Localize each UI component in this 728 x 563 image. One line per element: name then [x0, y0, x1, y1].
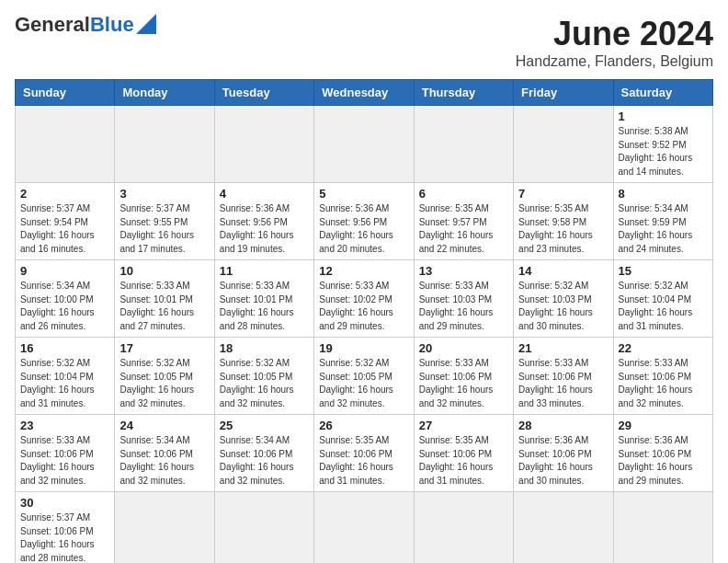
header: GeneralBlue June 2024 Handzame, Flanders… — [15, 15, 713, 70]
week-row-3: 16Sunrise: 5:32 AM Sunset: 10:04 PM Dayl… — [16, 338, 713, 415]
svg-marker-0 — [136, 14, 156, 34]
calendar-day — [314, 106, 414, 183]
day-number: 7 — [518, 187, 608, 201]
calendar-day: 28Sunrise: 5:36 AM Sunset: 10:06 PM Dayl… — [514, 415, 613, 492]
day-number: 19 — [319, 341, 408, 355]
calendar-day: 4Sunrise: 5:36 AM Sunset: 9:56 PM Daylig… — [214, 183, 313, 260]
day-info: Sunrise: 5:35 AM Sunset: 10:06 PM Daylig… — [319, 434, 408, 488]
logo-text: GeneralBlue — [15, 15, 134, 35]
day-number: 20 — [419, 341, 508, 355]
calendar-day: 21Sunrise: 5:33 AM Sunset: 10:06 PM Dayl… — [514, 338, 613, 415]
day-number: 1 — [619, 109, 708, 123]
col-friday: Friday — [514, 80, 613, 106]
calendar-day: 14Sunrise: 5:32 AM Sunset: 10:03 PM Dayl… — [514, 260, 613, 338]
day-info: Sunrise: 5:38 AM Sunset: 9:52 PM Dayligh… — [619, 125, 708, 178]
day-info: Sunrise: 5:37 AM Sunset: 9:54 PM Dayligh… — [20, 202, 109, 256]
calendar-day: 11Sunrise: 5:33 AM Sunset: 10:01 PM Dayl… — [214, 260, 313, 338]
calendar-day: 30Sunrise: 5:37 AM Sunset: 10:06 PM Dayl… — [16, 492, 115, 564]
day-info: Sunrise: 5:32 AM Sunset: 10:05 PM Daylig… — [119, 357, 209, 410]
calendar-day: 27Sunrise: 5:35 AM Sunset: 10:06 PM Dayl… — [414, 415, 513, 492]
calendar-title: June 2024 — [516, 15, 713, 53]
calendar-day: 25Sunrise: 5:34 AM Sunset: 10:06 PM Dayl… — [214, 415, 313, 492]
day-info: Sunrise: 5:33 AM Sunset: 10:06 PM Daylig… — [619, 357, 708, 410]
calendar-day: 20Sunrise: 5:33 AM Sunset: 10:06 PM Dayl… — [414, 338, 513, 415]
day-info: Sunrise: 5:34 AM Sunset: 10:00 PM Daylig… — [20, 280, 109, 333]
day-info: Sunrise: 5:33 AM Sunset: 10:03 PM Daylig… — [419, 280, 508, 333]
day-number: 8 — [619, 187, 708, 201]
day-info: Sunrise: 5:33 AM Sunset: 10:01 PM Daylig… — [220, 280, 309, 333]
calendar-day: 9Sunrise: 5:34 AM Sunset: 10:00 PM Dayli… — [16, 260, 115, 338]
day-info: Sunrise: 5:34 AM Sunset: 10:06 PM Daylig… — [119, 434, 209, 488]
day-number: 15 — [619, 264, 708, 278]
day-number: 24 — [119, 419, 209, 432]
col-tuesday: Tuesday — [214, 80, 313, 106]
day-info: Sunrise: 5:33 AM Sunset: 10:06 PM Daylig… — [518, 357, 608, 410]
day-info: Sunrise: 5:37 AM Sunset: 10:06 PM Daylig… — [20, 511, 109, 563]
calendar-day: 10Sunrise: 5:33 AM Sunset: 10:01 PM Dayl… — [115, 260, 214, 338]
day-number: 25 — [220, 419, 309, 432]
calendar-day: 16Sunrise: 5:32 AM Sunset: 10:04 PM Dayl… — [16, 338, 115, 415]
calendar-day — [115, 492, 214, 564]
week-row-0: 1Sunrise: 5:38 AM Sunset: 9:52 PM Daylig… — [16, 106, 713, 183]
logo-blue: Blue — [90, 13, 134, 36]
day-number: 28 — [518, 419, 608, 432]
day-number: 21 — [518, 341, 608, 355]
day-number: 30 — [20, 496, 109, 510]
day-info: Sunrise: 5:32 AM Sunset: 10:04 PM Daylig… — [619, 280, 708, 333]
day-number: 23 — [20, 419, 109, 432]
logo-general: General — [15, 13, 90, 36]
calendar-day — [514, 106, 613, 183]
calendar-day — [414, 492, 513, 564]
logo: GeneralBlue — [15, 15, 156, 35]
calendar-day: 2Sunrise: 5:37 AM Sunset: 9:54 PM Daylig… — [16, 183, 115, 260]
day-number: 14 — [518, 264, 608, 278]
week-row-5: 30Sunrise: 5:37 AM Sunset: 10:06 PM Dayl… — [16, 492, 713, 564]
col-saturday: Saturday — [613, 80, 712, 106]
calendar-day: 12Sunrise: 5:33 AM Sunset: 10:02 PM Dayl… — [314, 260, 414, 338]
calendar-day: 18Sunrise: 5:32 AM Sunset: 10:05 PM Dayl… — [214, 338, 313, 415]
calendar-day: 19Sunrise: 5:32 AM Sunset: 10:05 PM Dayl… — [314, 338, 414, 415]
calendar-day: 22Sunrise: 5:33 AM Sunset: 10:06 PM Dayl… — [613, 338, 712, 415]
calendar-day: 7Sunrise: 5:35 AM Sunset: 9:58 PM Daylig… — [514, 183, 613, 260]
calendar-day: 13Sunrise: 5:33 AM Sunset: 10:03 PM Dayl… — [414, 260, 513, 338]
calendar-subtitle: Handzame, Flanders, Belgium — [516, 53, 713, 70]
calendar-table: Sunday Monday Tuesday Wednesday Thursday… — [15, 79, 713, 563]
day-number: 2 — [20, 187, 109, 201]
day-info: Sunrise: 5:35 AM Sunset: 9:58 PM Dayligh… — [518, 202, 608, 256]
day-number: 26 — [319, 419, 408, 432]
calendar-day: 3Sunrise: 5:37 AM Sunset: 9:55 PM Daylig… — [115, 183, 214, 260]
day-info: Sunrise: 5:32 AM Sunset: 10:03 PM Daylig… — [518, 280, 608, 333]
day-info: Sunrise: 5:35 AM Sunset: 9:57 PM Dayligh… — [419, 202, 508, 256]
day-info: Sunrise: 5:37 AM Sunset: 9:55 PM Dayligh… — [119, 202, 209, 256]
calendar-day — [514, 492, 613, 564]
day-number: 10 — [119, 264, 209, 278]
day-number: 16 — [20, 341, 109, 355]
day-info: Sunrise: 5:36 AM Sunset: 9:56 PM Dayligh… — [319, 202, 408, 256]
day-number: 12 — [319, 264, 408, 278]
title-area: June 2024 Handzame, Flanders, Belgium — [516, 15, 713, 70]
calendar-day: 6Sunrise: 5:35 AM Sunset: 9:57 PM Daylig… — [414, 183, 513, 260]
day-info: Sunrise: 5:33 AM Sunset: 10:06 PM Daylig… — [20, 434, 109, 488]
calendar-day — [214, 106, 313, 183]
day-info: Sunrise: 5:35 AM Sunset: 10:06 PM Daylig… — [419, 434, 508, 488]
day-number: 11 — [220, 264, 309, 278]
calendar-day — [613, 492, 712, 564]
calendar-day — [115, 106, 214, 183]
day-number: 5 — [319, 187, 408, 201]
calendar-day — [214, 492, 313, 564]
day-info: Sunrise: 5:32 AM Sunset: 10:05 PM Daylig… — [220, 357, 309, 410]
day-number: 18 — [220, 341, 309, 355]
day-info: Sunrise: 5:33 AM Sunset: 10:01 PM Daylig… — [119, 280, 209, 333]
calendar-day — [414, 106, 513, 183]
logo-icon — [136, 14, 156, 34]
calendar-header-row: Sunday Monday Tuesday Wednesday Thursday… — [16, 80, 713, 106]
calendar-day: 5Sunrise: 5:36 AM Sunset: 9:56 PM Daylig… — [314, 183, 414, 260]
week-row-1: 2Sunrise: 5:37 AM Sunset: 9:54 PM Daylig… — [16, 183, 713, 260]
day-number: 22 — [619, 341, 708, 355]
day-info: Sunrise: 5:36 AM Sunset: 10:06 PM Daylig… — [619, 434, 708, 488]
day-number: 29 — [619, 419, 708, 432]
day-info: Sunrise: 5:33 AM Sunset: 10:02 PM Daylig… — [319, 280, 408, 333]
calendar-day: 24Sunrise: 5:34 AM Sunset: 10:06 PM Dayl… — [115, 415, 214, 492]
day-number: 9 — [20, 264, 109, 278]
day-info: Sunrise: 5:33 AM Sunset: 10:06 PM Daylig… — [419, 357, 508, 410]
